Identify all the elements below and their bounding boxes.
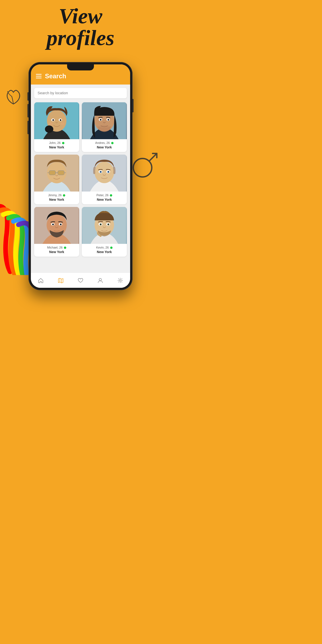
profile-location: New York (84, 146, 124, 149)
phone-screen: Search (31, 64, 130, 288)
hero-title-line1: View (0, 5, 161, 27)
profile-grid: John, 26 New York (34, 102, 127, 256)
profile-icon (97, 278, 103, 284)
phone-frame: Search (28, 62, 132, 290)
svg-rect-29 (58, 170, 64, 175)
nav-item-map[interactable] (54, 276, 67, 285)
profile-location: New York (36, 146, 77, 149)
profile-name-line: John, 26 (36, 141, 77, 145)
nav-item-home[interactable] (34, 276, 47, 285)
svg-point-42 (108, 172, 109, 172)
profile-card[interactable]: Andres, 26 New York (82, 102, 127, 152)
profile-name-line: Michael, 26 (36, 246, 77, 250)
profile-location: New York (84, 250, 124, 254)
svg-point-21 (100, 119, 102, 120)
svg-point-41 (100, 172, 101, 172)
profile-name-line: Peter, 26 (84, 194, 124, 197)
hamburger-line-2 (36, 76, 42, 76)
profile-name-age: Michael, 26 (47, 246, 62, 250)
online-status (110, 194, 112, 196)
online-status (110, 246, 112, 249)
header-title: Search (45, 72, 66, 80)
nav-item-heart[interactable] (74, 276, 87, 285)
volume-down-button (28, 121, 29, 134)
profile-photo (34, 102, 79, 139)
app-content: John, 26 New York (31, 84, 130, 273)
svg-point-14 (45, 126, 53, 133)
svg-point-50 (60, 224, 62, 225)
hamburger-line-1 (36, 74, 42, 75)
nav-item-profile[interactable] (94, 276, 107, 285)
profile-card[interactable]: Peter, 26 New York (82, 155, 127, 204)
profile-name-line: Jimmy, 26 (36, 194, 77, 197)
profile-card[interactable]: Jimmy, 26 New York (34, 155, 79, 204)
profile-location: New York (36, 250, 77, 254)
profile-name-line: Kevin, 26 (84, 246, 124, 250)
svg-point-11 (60, 119, 62, 121)
volume-up-button (28, 104, 29, 118)
svg-point-59 (100, 224, 101, 224)
phone-notch (67, 64, 94, 70)
profile-name-line: Andres, 26 (84, 141, 124, 145)
profile-name-age: Jimmy, 26 (48, 194, 62, 197)
hero-title-line2: profiles (0, 27, 161, 49)
online-status (63, 194, 65, 196)
profile-name-age: John, 26 (49, 141, 60, 145)
svg-point-23 (98, 125, 111, 132)
heart-icon (78, 278, 84, 284)
hero-title-block: View profiles (0, 5, 161, 49)
search-input[interactable] (38, 91, 124, 95)
profile-photo (34, 155, 79, 192)
profile-photo (82, 102, 127, 139)
profile-location: New York (84, 198, 124, 202)
svg-point-12 (49, 122, 53, 125)
profile-photo (82, 207, 127, 244)
settings-icon (117, 278, 123, 284)
leaf-decoration (3, 87, 24, 107)
online-status (62, 142, 64, 144)
profile-name-age: Kevin, 26 (96, 246, 109, 250)
profile-name-age: Peter, 26 (96, 194, 108, 197)
online-status (64, 246, 66, 249)
svg-point-63 (99, 278, 102, 281)
home-icon (38, 278, 44, 284)
profile-info: Andres, 26 New York (82, 139, 127, 152)
mars-decoration (129, 151, 159, 181)
map-icon (58, 278, 64, 284)
profile-photo (82, 155, 127, 192)
power-button (132, 99, 134, 112)
hamburger-menu-button[interactable] (36, 74, 42, 78)
profile-card[interactable]: Michael, 26 New York (34, 207, 79, 256)
svg-line-1 (149, 154, 157, 161)
svg-point-13 (60, 122, 64, 125)
profile-card[interactable]: Kevin, 26 New York (82, 207, 127, 256)
online-status (111, 142, 114, 144)
profile-photo (34, 207, 79, 244)
svg-point-10 (52, 119, 54, 121)
profile-info: Kevin, 26 New York (82, 244, 127, 256)
svg-point-49 (52, 224, 54, 225)
profile-info: John, 26 New York (34, 139, 79, 152)
svg-point-64 (120, 280, 121, 281)
profile-info: Michael, 26 New York (34, 244, 79, 256)
mute-button (28, 92, 29, 100)
search-bar-container[interactable] (34, 88, 127, 98)
svg-point-22 (108, 119, 109, 120)
profile-location: New York (36, 198, 77, 202)
svg-rect-28 (49, 170, 56, 175)
profile-info: Peter, 26 New York (82, 192, 127, 204)
nav-item-settings[interactable] (114, 276, 126, 285)
profile-info: Jimmy, 26 New York (34, 192, 79, 204)
hamburger-line-3 (36, 78, 42, 78)
profile-name-age: Andres, 26 (95, 141, 110, 145)
svg-point-60 (108, 224, 109, 224)
bottom-navigation (31, 273, 130, 288)
profile-card[interactable]: John, 26 New York (34, 102, 79, 152)
svg-point-36 (94, 162, 114, 183)
